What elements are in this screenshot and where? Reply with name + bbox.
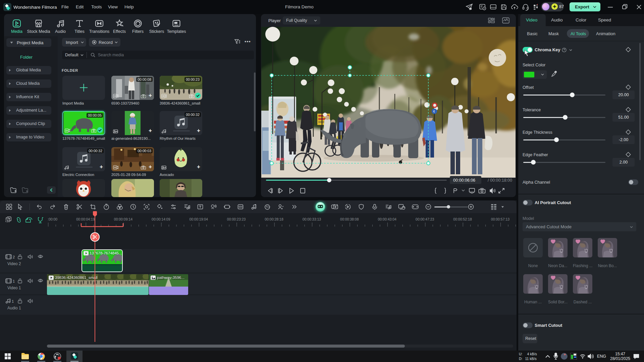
svg-text:00:00:28:18: 00:00:28:18 [265,217,283,221]
svg-text:00:00:19:04: 00:00:19:04 [189,217,208,221]
svg-text:00:00:57:13: 00:00:57:13 [491,217,510,221]
svg-text:00:00:09:14: 00:00:09:14 [114,217,133,221]
svg-text:00:00:23:23: 00:00:23:23 [227,217,246,221]
svg-text:00:00:43:04: 00:00:43:04 [378,217,396,221]
svg-text::00:00: :00:00 [48,217,57,221]
svg-text:1: 1 [13,279,15,283]
svg-text:00:00:52:18: 00:00:52:18 [453,217,472,221]
svg-text:00:00:33:13: 00:00:33:13 [303,217,321,221]
svg-text:00:00:14:09: 00:00:14:09 [152,217,170,221]
svg-text:00:00:38:08: 00:00:38:08 [340,217,359,221]
svg-text:1: 1 [12,299,14,303]
svg-text:00:00:47:23: 00:00:47:23 [416,217,434,221]
svg-text:2: 2 [13,255,15,259]
